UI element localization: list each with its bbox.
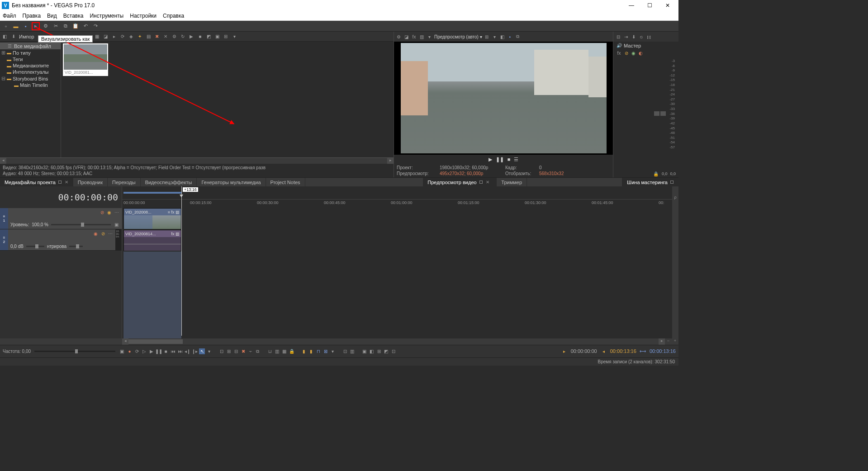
tab-transitions[interactable]: Переходы — [108, 178, 141, 186]
tl-tool-13[interactable]: ▮ — [301, 348, 307, 354]
tl-tool-10[interactable]: ▥ — [274, 348, 280, 354]
paste-icon[interactable]: 📋 — [71, 22, 80, 30]
track-solo-icon[interactable]: ◉ — [106, 209, 112, 215]
ms-icon-4[interactable]: ⎋ — [638, 34, 644, 40]
import-icon[interactable]: ⬇ — [10, 33, 16, 39]
tl-tool-16[interactable]: ⊠ — [323, 348, 328, 354]
cut-icon[interactable]: ✂ — [52, 22, 60, 30]
track-max-icon[interactable]: ▣ — [114, 222, 119, 228]
pv-icon-8[interactable]: ◧ — [499, 34, 505, 40]
pv-icon-7[interactable]: ▾ — [492, 34, 498, 40]
tool-icon-9[interactable]: ✕ — [163, 33, 169, 39]
menu-insert[interactable]: Вставка — [63, 13, 84, 19]
undock-icon[interactable] — [479, 181, 483, 184]
track-more-icon[interactable]: ⋯ — [107, 231, 113, 237]
undock-icon[interactable] — [58, 181, 62, 184]
vol-slider[interactable] — [26, 246, 44, 247]
tab-trimmer[interactable]: Триммер — [497, 178, 527, 186]
play-icon[interactable]: ▶ — [489, 157, 492, 162]
ms-solo-icon[interactable]: ◉ — [631, 50, 636, 56]
tab-preview[interactable]: Предпросмотр видео✕ — [423, 178, 497, 186]
tool-icon-13[interactable]: ■ — [197, 33, 203, 39]
go-end-icon[interactable]: ⏭ — [177, 348, 183, 354]
pause-icon[interactable]: ❚❚ — [156, 348, 161, 354]
tl-tool-19[interactable]: ▥ — [349, 348, 355, 354]
tool-icon-11[interactable]: ↻ — [180, 33, 186, 39]
rate-slider[interactable] — [75, 349, 78, 353]
tl-tool-8[interactable]: ⧉ — [255, 348, 261, 354]
track-mute-icon[interactable]: ⊘ — [99, 209, 105, 215]
track-arm-icon[interactable]: ◉ — [93, 231, 99, 237]
close-button[interactable]: ✕ — [659, 2, 677, 9]
tl-tool-14[interactable]: ▮ — [308, 348, 314, 354]
tab-master-bus[interactable]: Шина мастеринга — [622, 178, 678, 186]
prev-frame-icon[interactable]: ◂❙ — [185, 348, 190, 354]
pv-icon-2[interactable]: ◪ — [403, 34, 409, 40]
tool-icon-1[interactable]: ▦ — [94, 33, 100, 39]
tool-icon-14[interactable]: ◩ — [206, 33, 212, 39]
open-icon[interactable]: ▬ — [12, 22, 20, 30]
ms-mute-icon[interactable]: ⊘ — [623, 50, 629, 56]
playhead[interactable] — [181, 186, 182, 336]
tree-by-type[interactable]: ⊞▬По типу — [0, 49, 61, 56]
tool-icon-7[interactable]: ▤ — [146, 33, 152, 39]
pos-end[interactable]: 00:00:13:16 — [610, 348, 636, 354]
tl-tool-15[interactable]: ⊓ — [315, 348, 321, 354]
menu-icon[interactable]: ☰ — [514, 157, 518, 162]
video-clip[interactable]: VID_202008...≡ fx ▥ — [123, 208, 181, 229]
menu-help[interactable]: Справка — [163, 13, 184, 19]
tl-tool-5[interactable]: ⊟ — [233, 348, 239, 354]
tool-icon-5[interactable]: ◈ — [128, 33, 134, 39]
tree-storage[interactable]: ▬Медианакопите — [0, 62, 61, 69]
tab-explorer[interactable]: Проводник — [73, 178, 108, 186]
play-start-icon[interactable]: ▷ — [141, 348, 147, 354]
tl-tool-4[interactable]: ⊞ — [226, 348, 232, 354]
pv-fx-icon[interactable]: fx — [411, 34, 417, 40]
maximize-button[interactable]: ☐ — [640, 2, 659, 9]
tl-tool-6[interactable]: ✖ — [240, 348, 246, 354]
tool-icon-10[interactable]: ⚙ — [171, 33, 177, 39]
tl-tool-18[interactable]: ⊡ — [342, 348, 348, 354]
pv-icon-4[interactable]: ▥ — [419, 34, 425, 40]
rate-reset-icon[interactable]: ▣ — [119, 348, 125, 354]
tool-icon-3[interactable]: ▸ — [111, 33, 117, 39]
lock-icon[interactable]: 🔒 — [653, 171, 659, 177]
tree-tags[interactable]: ▬Теги — [0, 56, 61, 62]
menu-settings[interactable]: Настройки — [130, 13, 157, 19]
pan-slider[interactable] — [69, 246, 83, 247]
go-start-icon[interactable]: ⏮ — [170, 348, 176, 354]
audio-clip[interactable]: VID_20200814...fx ▥ — [123, 230, 181, 251]
ms-icon-1[interactable]: ⊟ — [615, 34, 621, 40]
tool-icon-12[interactable]: ▶ — [189, 33, 194, 39]
tree-storyboard[interactable]: ⊟▬Storyboard Bins — [0, 75, 61, 82]
audio-track-header[interactable]: ≡2 ◉⊘⋯ 0,0 dBнтрирова 18:36:54: — [0, 229, 122, 251]
close-tab-icon[interactable]: ✕ — [486, 180, 489, 185]
tab-videofx[interactable]: Видеоспецэффекты — [141, 178, 197, 186]
tool-icon-2[interactable]: ◪ — [103, 33, 109, 39]
tl-tool-20[interactable]: ▣ — [361, 348, 367, 354]
pos-start[interactable]: 00:00:00:00 — [571, 348, 597, 354]
tl-tool-7[interactable]: ⫟ — [247, 348, 253, 354]
next-frame-icon[interactable]: ❙▸ — [192, 348, 198, 354]
pv-settings-icon[interactable]: ⚙ — [396, 34, 402, 40]
menu-tools[interactable]: Инструменты — [90, 13, 123, 19]
tl-tool-22[interactable]: ⊞ — [376, 348, 382, 354]
menu-view[interactable]: Вид — [47, 13, 57, 19]
pv-save-icon[interactable]: ▪ — [507, 34, 513, 40]
undock-icon[interactable] — [670, 181, 674, 184]
tool-2-icon[interactable]: ▾ — [206, 348, 212, 354]
tool-icon-16[interactable]: ⊞ — [223, 33, 229, 39]
close-tab-icon[interactable]: ✕ — [65, 180, 68, 185]
menu-file[interactable]: Файл — [3, 13, 16, 19]
preview-mode[interactable]: Предпросмотр (авто) ▾ — [434, 34, 482, 39]
record-icon[interactable]: ● — [127, 348, 133, 354]
ms-icon-3[interactable]: ⬇ — [631, 34, 636, 40]
tool-icon-6[interactable]: ✦ — [137, 33, 143, 39]
undo-icon[interactable]: ↶ — [81, 22, 90, 30]
tool-icon-8[interactable]: ✖ — [154, 33, 160, 39]
tree-intellectual[interactable]: ▬Интеллектуалы — [0, 69, 61, 75]
pause-icon[interactable]: ❚❚ — [496, 157, 504, 162]
timeline-vscroll[interactable] — [672, 208, 678, 338]
ms-icon-2[interactable]: ⇥ — [623, 34, 629, 40]
pv-grid-icon[interactable]: ⊞ — [484, 34, 490, 40]
